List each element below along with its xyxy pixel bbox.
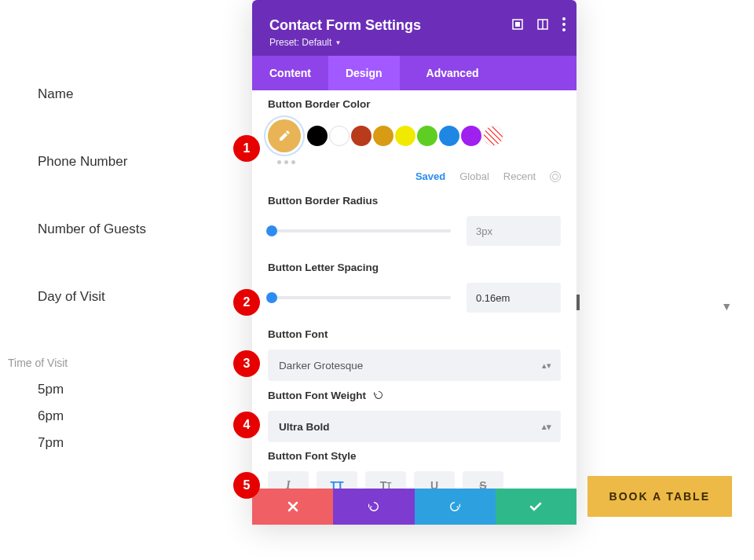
field-guests[interactable]: Number of Guests xyxy=(0,221,251,289)
modal-tabs: Content Design Advanced xyxy=(252,56,576,90)
radio-group-label: Time of Visit xyxy=(0,357,251,382)
letter-spacing-slider[interactable] xyxy=(268,296,451,299)
more-dots-icon[interactable] xyxy=(277,160,561,164)
palette-global[interactable]: Global xyxy=(459,170,489,182)
color-swatch-row xyxy=(268,119,561,152)
letter-spacing-label: Button Letter Spacing xyxy=(268,262,561,273)
letter-spacing-value[interactable]: 0.16em xyxy=(467,283,561,313)
swatch-blue[interactable] xyxy=(439,126,459,146)
swatch-transparent[interactable] xyxy=(483,126,503,146)
tab-content[interactable]: Content xyxy=(252,56,328,90)
redo-button[interactable] xyxy=(415,489,496,525)
border-radius-value[interactable]: 3px xyxy=(467,216,561,246)
expand-icon[interactable] xyxy=(512,19,523,30)
field-phone[interactable]: Phone Number xyxy=(0,154,251,221)
tab-advanced[interactable]: Advanced xyxy=(409,56,496,90)
annotation-2: 2 xyxy=(233,289,260,316)
modal-body: Button Border Color Saved Global Recen xyxy=(252,90,576,499)
svg-rect-1 xyxy=(515,22,520,27)
cancel-button[interactable] xyxy=(252,489,333,525)
preset-dropdown[interactable]: Preset: Default▼ xyxy=(269,37,559,48)
gear-icon[interactable] xyxy=(550,171,561,182)
font-weight-label: Button Font Weight xyxy=(268,389,561,401)
chevron-down-icon[interactable]: ▼ xyxy=(721,300,732,313)
palette-saved[interactable]: Saved xyxy=(415,170,445,182)
border-color-label: Button Border Color xyxy=(268,98,561,110)
swatch-purple[interactable] xyxy=(461,126,481,146)
panel-icon[interactable] xyxy=(537,19,548,30)
book-table-button[interactable]: BOOK A TABLE xyxy=(587,476,732,517)
drag-handle[interactable] xyxy=(576,295,580,310)
kebab-menu-icon[interactable] xyxy=(562,17,566,31)
border-radius-slider[interactable] xyxy=(268,229,451,232)
save-button[interactable] xyxy=(496,489,576,525)
settings-modal: Contact Form Settings Preset: Default▼ C… xyxy=(252,0,576,525)
reset-icon[interactable] xyxy=(372,389,385,401)
swatch-orange[interactable] xyxy=(373,126,393,146)
modal-footer xyxy=(252,489,576,525)
palette-recent[interactable]: Recent xyxy=(503,170,536,182)
tab-design[interactable]: Design xyxy=(328,56,400,90)
swatch-white[interactable] xyxy=(329,126,350,146)
field-day[interactable]: Day of Visit xyxy=(0,289,251,357)
palette-tabs: Saved Global Recent xyxy=(268,170,561,182)
font-weight-select[interactable]: Ultra Bold▴▾ xyxy=(268,411,561,442)
font-style-label: Button Font Style xyxy=(268,450,561,462)
field-name[interactable]: Name xyxy=(0,86,251,154)
annotation-4: 4 xyxy=(233,412,260,438)
swatch-yellow[interactable] xyxy=(395,126,415,146)
form-fields-column: Name Phone Number Number of Guests Day o… xyxy=(0,86,251,462)
swatch-darkred[interactable] xyxy=(351,126,372,146)
annotation-3: 3 xyxy=(233,350,260,377)
border-radius-label: Button Border Radius xyxy=(268,195,561,207)
radio-5pm[interactable]: 5pm xyxy=(0,382,251,408)
annotation-1: 1 xyxy=(233,135,260,162)
font-select[interactable]: Darker Grotesque▴▾ xyxy=(268,350,561,381)
swatch-green[interactable] xyxy=(417,126,437,146)
undo-button[interactable] xyxy=(333,489,414,525)
color-picker-button[interactable] xyxy=(268,119,301,152)
radio-6pm[interactable]: 6pm xyxy=(0,408,251,435)
font-label: Button Font xyxy=(268,328,561,340)
radio-7pm[interactable]: 7pm xyxy=(0,435,251,462)
swatch-black[interactable] xyxy=(307,126,328,146)
annotation-5: 5 xyxy=(233,472,260,499)
modal-header: Contact Form Settings Preset: Default▼ xyxy=(252,0,576,56)
